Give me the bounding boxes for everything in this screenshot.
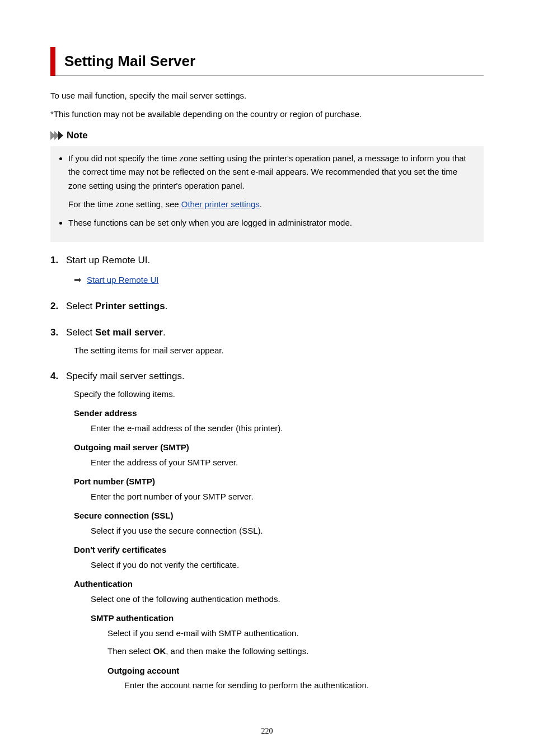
- start-remote-ui-link[interactable]: Start up Remote UI: [87, 274, 158, 287]
- def-desc: Select if you do not verify the certific…: [91, 559, 484, 572]
- note-item: If you did not specify the time zone set…: [68, 152, 476, 212]
- page-title-wrap: Setting Mail Server: [50, 47, 484, 76]
- definition-list-nested-2: Outgoing account Enter the account name …: [107, 665, 484, 692]
- cont-suffix: , and then make the following settings.: [166, 646, 308, 656]
- step-title-bold: Set mail server: [95, 327, 163, 338]
- note-item-text: If you did not specify the time zone set…: [68, 153, 466, 191]
- note-item: These functions can be set only when you…: [68, 216, 476, 230]
- step-title: Specify mail server settings.: [66, 371, 185, 381]
- page: Setting Mail Server To use mail function…: [0, 0, 534, 756]
- intro-line-1: To use mail function, specify the mail s…: [50, 90, 484, 102]
- note-extra-suffix: .: [260, 199, 262, 209]
- def-continuation: Then select OK, and then make the follow…: [107, 645, 484, 658]
- def-desc: Enter the e-mail address of the sender (…: [91, 422, 484, 435]
- note-extra-prefix: For the time zone setting, see: [68, 199, 181, 209]
- intro-line-2: *This function may not be available depe…: [50, 108, 484, 121]
- step-title-suffix: .: [163, 327, 166, 338]
- step-2: 2. Select Printer settings.: [50, 299, 484, 314]
- def-desc: Enter the port number of your SMTP serve…: [91, 491, 484, 503]
- def-term-sender-address: Sender address: [74, 407, 484, 420]
- step-number: 3.: [50, 325, 58, 340]
- step-title: Select Printer settings.: [66, 301, 167, 311]
- def-term-dont-verify: Don't verify certificates: [74, 544, 484, 557]
- definition-list-nested: SMTP authentication Select if you send e…: [91, 612, 484, 692]
- cont-bold: OK: [153, 646, 166, 656]
- def-desc: Select one of the following authenticati…: [91, 593, 484, 606]
- page-number: 220: [0, 725, 534, 737]
- note-chevrons-icon: [50, 131, 62, 140]
- note-label: Note: [67, 128, 88, 143]
- arrow-right-icon: ➡: [74, 273, 81, 287]
- def-term-secure-ssl: Secure connection (SSL): [74, 510, 484, 522]
- def-term-smtp-auth: SMTP authentication: [91, 612, 484, 625]
- def-desc: Select if you send e-mail with SMTP auth…: [107, 627, 484, 640]
- cont-prefix: Then select: [107, 646, 153, 656]
- def-desc: Select if you use the secure connection …: [91, 525, 484, 538]
- step-title: Select Set mail server.: [66, 327, 166, 338]
- intro-block: To use mail function, specify the mail s…: [50, 90, 484, 120]
- def-term-outgoing-smtp: Outgoing mail server (SMTP): [74, 441, 484, 454]
- step-title-prefix: Select: [66, 301, 95, 311]
- step-body: Specify the following items.: [66, 388, 484, 401]
- def-term-outgoing-account: Outgoing account: [107, 665, 484, 678]
- def-term-authentication: Authentication: [74, 578, 484, 591]
- step-list: 1. Start up Remote UI. ➡ Start up Remote…: [50, 253, 484, 692]
- step-1: 1. Start up Remote UI. ➡ Start up Remote…: [50, 253, 484, 287]
- step-3: 3. Select Set mail server. The setting i…: [50, 325, 484, 357]
- page-title: Setting Mail Server: [64, 50, 484, 72]
- step-number: 2.: [50, 299, 58, 314]
- step-title-suffix: .: [165, 301, 168, 311]
- def-term-port-number: Port number (SMTP): [74, 475, 484, 488]
- note-item-extra: For the time zone setting, see Other pri…: [68, 198, 476, 212]
- definition-list: Sender address Enter the e-mail address …: [66, 407, 484, 692]
- other-printer-settings-link[interactable]: Other printer settings: [181, 199, 260, 209]
- note-item-text: These functions can be set only when you…: [68, 218, 352, 227]
- note-body: If you did not specify the time zone set…: [50, 146, 484, 242]
- step-title-prefix: Select: [66, 327, 95, 338]
- step-link-row: ➡ Start up Remote UI: [66, 273, 484, 287]
- def-desc: Enter the account name for sending to pe…: [124, 679, 484, 692]
- step-title: Start up Remote UI.: [66, 255, 150, 265]
- step-number: 4.: [50, 369, 58, 384]
- step-number: 1.: [50, 253, 58, 268]
- step-body: The setting items for mail server appear…: [66, 344, 484, 357]
- step-title-bold: Printer settings: [95, 301, 165, 311]
- note-header: Note: [50, 128, 484, 143]
- note-block: Note If you did not specify the time zon…: [50, 128, 484, 242]
- step-4: 4. Specify mail server settings. Specify…: [50, 369, 484, 692]
- def-desc: Enter the address of your SMTP server.: [91, 456, 484, 469]
